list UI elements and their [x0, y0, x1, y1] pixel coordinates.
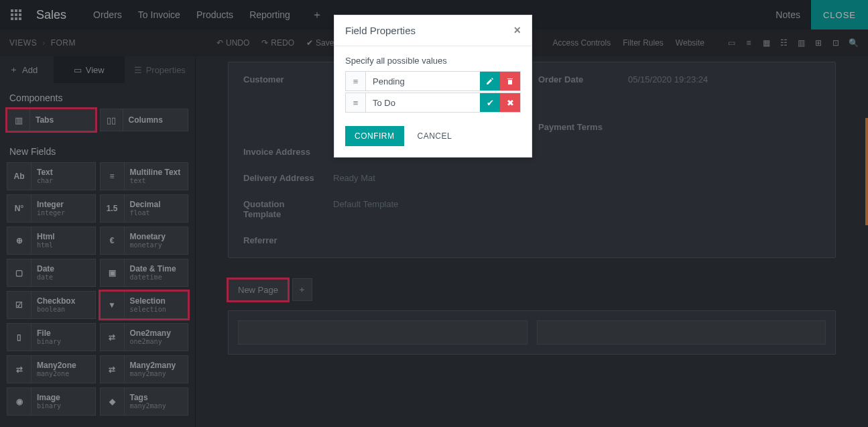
modal-close-icon[interactable]: × [513, 23, 521, 38]
cancel-value-button[interactable]: ✖ [500, 93, 520, 112]
field-properties-modal: Field Properties × Specify all possible … [334, 15, 532, 158]
delete-value-button[interactable] [500, 72, 520, 90]
drag-handle-icon[interactable]: ≡ [346, 93, 366, 112]
value-row: ≡ To Do ✔ ✖ [345, 93, 521, 113]
value-text[interactable]: To Do [366, 93, 480, 112]
modal-hint: Specify all possible values [345, 56, 521, 66]
confirm-value-button[interactable]: ✔ [480, 93, 500, 112]
modal-title: Field Properties [345, 25, 416, 36]
value-text[interactable]: Pending [366, 72, 480, 90]
confirm-button[interactable]: CONFIRM [345, 126, 404, 146]
value-row: ≡ Pending [345, 71, 521, 91]
drag-handle-icon[interactable]: ≡ [346, 72, 366, 90]
edit-value-button[interactable] [480, 72, 500, 90]
cancel-button[interactable]: CANCEL [412, 126, 458, 146]
